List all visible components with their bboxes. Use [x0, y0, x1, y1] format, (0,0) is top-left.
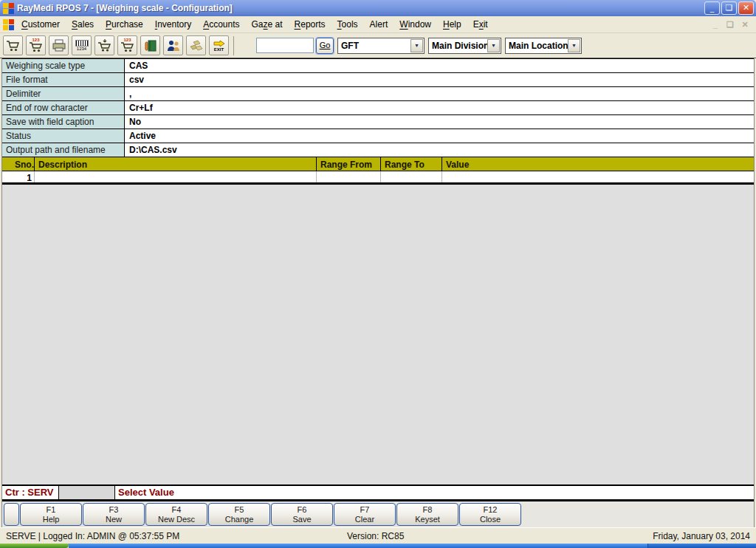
counter-gap-cell	[59, 486, 115, 499]
barcode-button[interactable]: 1234	[72, 35, 92, 55]
column-header-range-from: Range From	[317, 157, 381, 171]
fkey-label: Keyset	[415, 515, 440, 524]
exit-button[interactable]: EXIT	[209, 35, 229, 55]
f4-new-desc-button[interactable]: F4New Desc	[145, 503, 207, 526]
fkey-label: New Desc	[158, 515, 195, 524]
printer-icon	[52, 39, 66, 52]
customers-button[interactable]	[163, 35, 183, 55]
taskbar-strip	[69, 544, 647, 548]
f8-keyset-button[interactable]: F8Keyset	[396, 503, 458, 526]
toolbar: 123 1234 123 EXIT Go	[0, 33, 756, 58]
table-row[interactable]: 1	[2, 171, 754, 185]
print-button[interactable]	[49, 35, 69, 55]
f1-help-button[interactable]: F1Help	[20, 503, 82, 526]
location-select[interactable]: Main Location ▼	[505, 38, 582, 54]
barcode-icon	[75, 40, 89, 47]
menu-item-window[interactable]: Window	[394, 17, 437, 32]
restore-icon[interactable]: ❏	[721, 1, 737, 15]
menu-item-exit[interactable]: Exit	[467, 17, 494, 32]
minimize-icon[interactable]: _	[704, 1, 720, 15]
people-icon	[166, 39, 181, 52]
division-select[interactable]: Main Division ▼	[428, 38, 501, 54]
table-cell	[35, 171, 317, 182]
billing-cart-button[interactable]: 123	[26, 35, 46, 55]
menubar: CustomerSalesPurchaseInventoryAccountsGa…	[0, 16, 756, 33]
form-label: File format	[2, 73, 125, 86]
mdi-window-controls: _ ❏ ✕	[710, 20, 753, 30]
f5-change-button[interactable]: F5Change	[208, 503, 270, 526]
form-row-weighing-scale-type: Weighing scale typeCAS	[2, 59, 754, 73]
form-value[interactable]: No	[125, 115, 754, 129]
column-header-range-to: Range To	[381, 157, 442, 171]
titlebar: RayMedi RPOS 7 - [Weighing scale - Confi…	[0, 0, 756, 16]
blank-key-button[interactable]	[4, 503, 19, 526]
menu-item-accounts[interactable]: Accounts	[197, 17, 245, 32]
statusbar: SERVE | Logged In: ADMIN @ 05:37:55 PM V…	[0, 527, 756, 544]
mdi-restore-icon: ❏	[725, 20, 735, 30]
fkey-code: F3	[109, 505, 119, 515]
form-value[interactable]: ,	[125, 87, 754, 100]
go-button[interactable]: Go	[316, 38, 334, 54]
form-label: Weighing scale type	[2, 59, 125, 72]
gold-stock-button[interactable]	[186, 35, 206, 55]
f7-clear-button[interactable]: F7Clear	[334, 503, 396, 526]
f12-close-button[interactable]: F12Close	[459, 503, 521, 526]
menu-item-reports[interactable]: Reports	[289, 17, 331, 32]
form-value[interactable]: CAS	[125, 59, 754, 72]
column-header-description: Description	[35, 157, 317, 171]
fkey-code: F1	[47, 505, 56, 515]
form-row-delimiter: Delimiter,	[2, 87, 754, 101]
form-label: Save with field caption	[2, 115, 125, 129]
os-taskbar	[0, 544, 756, 548]
gold-bars-icon	[189, 39, 204, 52]
purchase-return-cart-button[interactable]: 123	[117, 35, 137, 55]
form-label: Output path and filename	[2, 143, 125, 157]
date-label: Friday, January 03, 2014	[653, 531, 750, 541]
form-label: End of row character	[2, 101, 125, 114]
form-value[interactable]: Cr+Lf	[125, 101, 754, 114]
menu-item-purchase[interactable]: Purchase	[100, 17, 149, 32]
table-cell	[381, 171, 442, 182]
f3-new-button[interactable]: F3New	[83, 503, 145, 526]
function-key-bar: F1HelpF3NewF4New DescF5ChangeF6SaveF7Cle…	[2, 501, 754, 527]
form-row-end-of-row-character: End of row characterCr+Lf	[2, 101, 754, 115]
form-row-save-with-field-caption: Save with field captionNo	[2, 115, 754, 129]
column-header-value: Value	[442, 157, 754, 171]
ledger-button[interactable]	[140, 35, 160, 55]
form-row-status: StatusActive	[2, 129, 754, 143]
menu-item-sales[interactable]: Sales	[66, 17, 100, 32]
cart-down-icon	[97, 39, 112, 52]
table-cell: 1	[2, 171, 35, 182]
purchase-cart-button[interactable]	[94, 35, 114, 55]
menu-item-help[interactable]: Help	[437, 17, 467, 32]
fkey-code: F5	[235, 505, 244, 515]
search-input[interactable]	[256, 38, 314, 53]
mdi-close-icon: ✕	[740, 20, 750, 30]
cart-icon	[6, 39, 21, 52]
menu-item-alert[interactable]: Alert	[364, 17, 394, 32]
fkey-label: Change	[225, 515, 254, 524]
form-value[interactable]: D:\CAS.csv	[125, 143, 754, 157]
menu-item-tools[interactable]: Tools	[331, 17, 364, 32]
sales-cart-button[interactable]	[3, 35, 23, 55]
form-value[interactable]: csv	[125, 73, 754, 86]
fkey-code: F8	[423, 505, 433, 515]
fkey-code: F6	[298, 505, 307, 515]
table-body: 1	[2, 171, 754, 185]
menu-item-customer[interactable]: Customer	[16, 17, 66, 32]
form-value[interactable]: Active	[125, 129, 754, 143]
form-row-output-path-and-filename: Output path and filenameD:\CAS.csv	[2, 143, 754, 157]
mdi-minimize-icon: _	[710, 20, 721, 30]
toolbar-separator	[233, 36, 234, 55]
mdi-child-icon	[3, 19, 14, 30]
close-icon[interactable]: ✕	[738, 1, 754, 15]
menu-items: CustomerSalesPurchaseInventoryAccountsGa…	[16, 17, 494, 32]
fkey-code: F12	[484, 505, 498, 515]
menu-item-gaze-at[interactable]: Gaze at	[246, 17, 289, 32]
counter-cell: Ctr : SERV	[2, 486, 59, 499]
menu-item-inventory[interactable]: Inventory	[149, 17, 197, 32]
f6-save-button[interactable]: F6Save	[271, 503, 333, 526]
start-button-fragment[interactable]	[0, 544, 69, 548]
fkey-label: Close	[480, 515, 501, 524]
product-group-select[interactable]: GFT ▼	[337, 38, 425, 54]
